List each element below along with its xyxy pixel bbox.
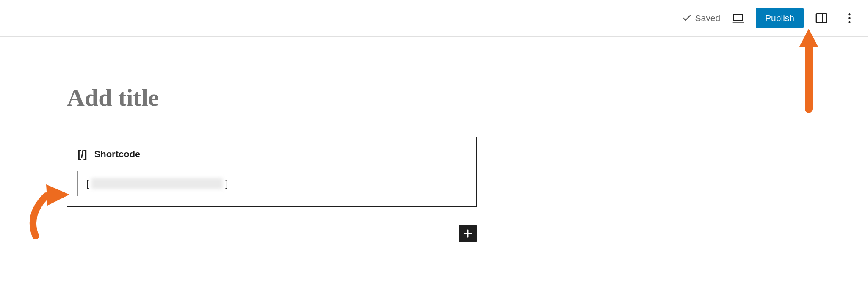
sidebar-toggle-button[interactable] — [811, 8, 832, 28]
more-options-button[interactable] — [839, 8, 860, 28]
editor-canvas: Add title [/] Shortcode [ ] — [0, 37, 868, 242]
saved-status: Saved — [682, 13, 721, 23]
shortcode-value-left: [ — [86, 178, 89, 189]
shortcode-block[interactable]: [/] Shortcode [ ] — [67, 137, 477, 207]
sidebar-icon — [815, 11, 828, 25]
check-icon — [682, 13, 692, 23]
svg-rect-0 — [733, 14, 742, 21]
laptop-icon — [731, 11, 745, 25]
shortcode-value-right: ] — [225, 178, 228, 189]
svg-point-6 — [848, 21, 850, 23]
view-button[interactable] — [728, 8, 748, 28]
shortcode-block-header: [/] Shortcode — [77, 148, 466, 161]
shortcode-input[interactable]: [ ] — [77, 171, 466, 196]
add-block-button[interactable] — [459, 225, 477, 242]
plus-icon — [462, 228, 474, 239]
shortcode-icon: [/] — [77, 148, 87, 161]
shortcode-redacted-content — [91, 178, 223, 189]
editor-header: Saved Publish — [0, 0, 868, 37]
svg-rect-2 — [816, 14, 827, 22]
svg-point-4 — [848, 13, 850, 15]
publish-button[interactable]: Publish — [756, 8, 804, 28]
dots-vertical-icon — [843, 11, 856, 25]
shortcode-block-label: Shortcode — [94, 149, 141, 160]
svg-point-5 — [848, 17, 850, 19]
saved-label: Saved — [695, 13, 721, 23]
post-title-input[interactable]: Add title — [67, 83, 868, 112]
